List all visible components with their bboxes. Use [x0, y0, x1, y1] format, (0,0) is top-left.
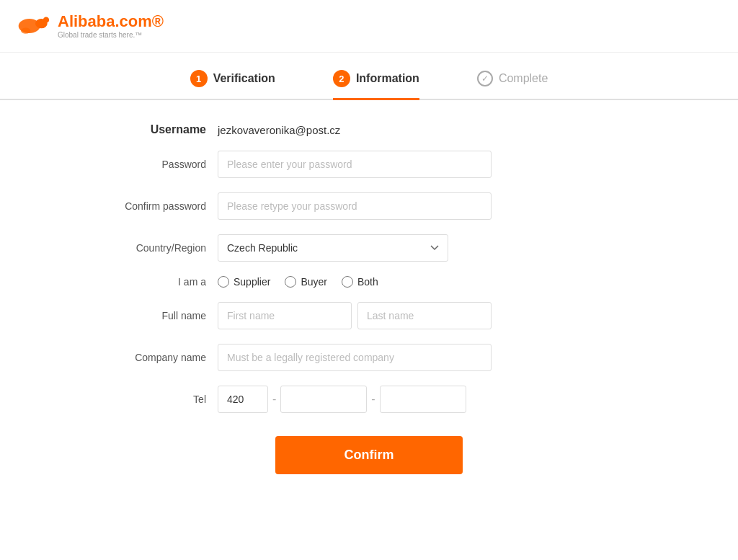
iam-label: I am a	[74, 276, 218, 288]
radio-both-input[interactable]	[342, 276, 353, 288]
firstname-input[interactable]	[218, 302, 352, 329]
step-information[interactable]: 2 Information	[333, 70, 419, 87]
logo-brand: Alibaba.com®	[58, 13, 164, 30]
company-input[interactable]	[218, 344, 492, 371]
step2-badge: 2	[333, 70, 350, 87]
logo-tagline: Global trade starts here.™	[58, 31, 164, 39]
step3-label: Complete	[499, 72, 548, 85]
iam-row: I am a Supplier Buyer Both	[74, 276, 664, 288]
radio-buyer-label: Buyer	[301, 276, 327, 288]
steps-inner: 1 Verification 2 Information ✓ Complete	[190, 70, 548, 99]
logo-text: Alibaba.com® Global trade starts here.™	[58, 13, 164, 38]
tel-area-input[interactable]	[280, 386, 367, 413]
step2-label: Information	[356, 72, 419, 85]
header: Alibaba.com® Global trade starts here.™	[0, 0, 738, 53]
logo: Alibaba.com® Global trade starts here.™	[17, 12, 164, 40]
steps-bar: 1 Verification 2 Information ✓ Complete	[0, 53, 738, 100]
tel-row: Tel - -	[74, 386, 664, 413]
confirm-password-row: Confirm password	[74, 192, 664, 220]
confirm-row: Confirm	[74, 436, 664, 474]
radio-buyer-input[interactable]	[285, 276, 296, 288]
fullname-row: Full name	[74, 302, 664, 329]
tel-separator-1: -	[272, 393, 276, 406]
svg-point-3	[21, 28, 30, 34]
tel-separator-2: -	[371, 393, 375, 406]
confirm-button[interactable]: Confirm	[275, 436, 463, 474]
active-underline	[333, 98, 419, 100]
country-row: Country/Region Czech Republic Slovakia G…	[74, 234, 664, 262]
alibaba-logo-icon	[17, 12, 53, 40]
radio-supplier-label: Supplier	[234, 276, 270, 288]
tel-country-code[interactable]	[218, 386, 268, 413]
radio-buyer[interactable]: Buyer	[285, 276, 327, 288]
step1-badge: 1	[190, 70, 208, 87]
svg-point-2	[43, 17, 49, 23]
confirm-password-input[interactable]	[218, 192, 492, 220]
lastname-input[interactable]	[357, 302, 492, 329]
company-label: Company name	[74, 352, 218, 363]
iam-radio-group: Supplier Buyer Both	[218, 276, 378, 288]
step-verification[interactable]: 1 Verification	[190, 70, 275, 87]
password-input[interactable]	[218, 151, 492, 178]
country-select[interactable]: Czech Republic Slovakia Germany United S…	[218, 234, 448, 262]
complete-check-icon: ✓	[477, 71, 493, 86]
username-label: Username	[74, 123, 218, 136]
tel-inputs: - -	[218, 386, 466, 413]
step-complete[interactable]: ✓ Complete	[477, 71, 548, 86]
radio-supplier[interactable]: Supplier	[218, 276, 270, 288]
confirm-password-label: Confirm password	[74, 200, 218, 212]
username-value: jezkovaveronika@post.cz	[218, 124, 340, 136]
password-row: Password	[74, 151, 664, 178]
tel-number-input[interactable]	[380, 386, 466, 413]
tel-label: Tel	[74, 394, 218, 405]
registration-form: Username jezkovaveronika@post.cz Passwor…	[45, 123, 693, 474]
fullname-inputs	[218, 302, 492, 329]
country-label: Country/Region	[74, 242, 218, 254]
fullname-label: Full name	[74, 310, 218, 321]
radio-both-label: Both	[357, 276, 378, 288]
password-label: Password	[74, 159, 218, 170]
username-row: Username jezkovaveronika@post.cz	[74, 123, 664, 136]
step1-label: Verification	[213, 72, 275, 85]
company-row: Company name	[74, 344, 664, 371]
radio-supplier-input[interactable]	[218, 276, 229, 288]
radio-both[interactable]: Both	[342, 276, 378, 288]
